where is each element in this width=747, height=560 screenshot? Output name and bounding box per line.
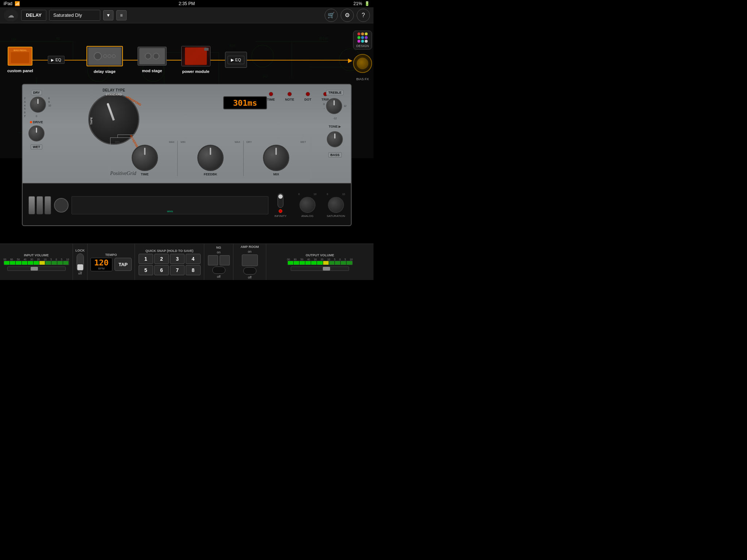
- amp-room-off-label: off: [248, 276, 252, 279]
- saturation-label: SATURATION: [327, 214, 345, 218]
- mod-stage-thumb: [138, 47, 167, 66]
- cart-button[interactable]: 🛒: [325, 9, 338, 22]
- snap-btn-3[interactable]: 3: [170, 254, 185, 264]
- snap-btn-2[interactable]: 2: [154, 254, 169, 264]
- preset-name: Saturated Dly: [49, 10, 100, 21]
- bpm-value: 120: [94, 259, 109, 267]
- input-volume-slider[interactable]: [7, 267, 66, 271]
- snap-btn-1[interactable]: 1: [139, 254, 153, 264]
- mod-stage-label: mod stage: [142, 69, 162, 73]
- saturation-knob[interactable]: [328, 197, 344, 213]
- eq2-thumb: ▶ EQ: [225, 52, 247, 68]
- snap-btn-5[interactable]: 5: [139, 265, 153, 275]
- treble-knob[interactable]: [326, 98, 342, 114]
- feedbk-knob[interactable]: [197, 145, 224, 171]
- quick-snap-section: QUICK SNAP (HOLD TO SAVE) 1 2 3 4 5 6 7 …: [135, 244, 204, 280]
- time-display: 2:35 PM: [179, 1, 195, 6]
- bias-fx-button[interactable]: [353, 54, 372, 73]
- design-button[interactable]: DESIGN: [353, 31, 372, 50]
- drive-label: DRIVE: [33, 120, 43, 124]
- mix-knob[interactable]: [263, 145, 289, 171]
- dropdown-button[interactable]: ▼: [103, 10, 113, 20]
- power-module-thumb: [181, 46, 210, 66]
- design-dots: [357, 32, 368, 43]
- ng-button-1[interactable]: [208, 255, 218, 265]
- quick-snap-title: QUICK SNAP (HOLD TO SAVE): [146, 249, 194, 253]
- time-knob-label: TIME: [141, 172, 149, 176]
- dry-label: DRY: [31, 90, 42, 95]
- battery-icon: 🔋: [364, 1, 370, 6]
- input-vu-labels: 0060504030201050510: [4, 258, 69, 261]
- help-button[interactable]: ?: [357, 9, 370, 22]
- lock-section: LOCK off: [73, 244, 88, 280]
- delay-stage-thumb: [86, 46, 123, 66]
- bias-fx-knob: [357, 58, 368, 69]
- tempo-section: TEMPO 120 BPM TAP: [88, 244, 135, 280]
- ng-on-label: on: [217, 250, 221, 254]
- analog-label: ANALOG: [301, 214, 313, 218]
- dot-label: DOT: [304, 98, 311, 101]
- menu-button[interactable]: ≡: [116, 10, 127, 20]
- time-mode-section: TIME NOTE DOT TRIP: [267, 92, 329, 101]
- brand-name: PositiveGrid: [110, 171, 136, 176]
- lock-slider[interactable]: [77, 253, 84, 272]
- status-bar: iPad 📶 2:35 PM 21% 🔋: [0, 0, 374, 7]
- chain-item-eq2[interactable]: ▶ EQ: [225, 52, 247, 68]
- dot-light: [306, 92, 310, 96]
- snap-btn-6[interactable]: 6: [154, 265, 169, 275]
- bottom-panel: INPUT VOLUME 0060504030201050510 LOCK: [0, 244, 374, 280]
- mix-knob-label: MIX: [273, 172, 279, 176]
- lock-title: LOCK: [76, 249, 85, 252]
- input-vu-meter: [4, 261, 69, 265]
- ng-button-2[interactable]: [220, 255, 230, 265]
- main-knobs-section: MIN MAX TIME MIN MAX FEEDBK: [110, 135, 311, 179]
- settings-button[interactable]: ⚙: [341, 9, 354, 22]
- chain-item-eq1[interactable]: ▶ EQ: [48, 56, 65, 64]
- saturation-section: 010 SATURATION: [327, 193, 345, 218]
- output-volume-title: OUTPUT VOLUME: [306, 253, 334, 257]
- chain-item-custom-panel[interactable]: BIAS PEDAL custom panel: [7, 47, 33, 73]
- ng-toggle[interactable]: [212, 267, 225, 274]
- time-mode-note[interactable]: NOTE: [285, 92, 294, 101]
- left-knobs-section: DRY 234567 8910 0 DRIVE WET: [27, 90, 46, 149]
- analog-section: 010 ANALOG: [298, 193, 317, 218]
- chain-item-mod-stage[interactable]: mod stage: [138, 47, 167, 73]
- time-mode-time[interactable]: TIME: [267, 92, 275, 101]
- bass-label: BASS: [328, 152, 342, 158]
- delay-stage-label: delay stage: [94, 69, 116, 74]
- lock-thumb: [77, 264, 83, 270]
- wet-label: WET: [31, 144, 42, 149]
- infinity-toggle[interactable]: [278, 193, 283, 208]
- chain-item-delay-stage[interactable]: delay stage: [86, 46, 123, 74]
- output-volume-slider[interactable]: [291, 267, 349, 271]
- output-vu-meter: [287, 261, 353, 265]
- output-volume-section: OUTPUT VOLUME 0060504030201050510: [266, 244, 374, 280]
- right-side-panel: DESIGN BIAS FX: [352, 23, 374, 180]
- treble-label: TREBLE: [326, 90, 344, 95]
- snap-grid: 1 2 3 4 5 6 7 8: [139, 254, 201, 275]
- time-knob[interactable]: [132, 145, 158, 171]
- section-button[interactable]: DELAY: [21, 10, 46, 21]
- amp-room-section: AMP ROOM on off: [233, 244, 266, 280]
- wifi-icon: 📶: [15, 1, 20, 6]
- snap-btn-4[interactable]: 4: [186, 254, 200, 264]
- tone-knob[interactable]: [327, 131, 343, 147]
- dry-knob[interactable]: [30, 97, 46, 113]
- snap-btn-8[interactable]: 8: [186, 265, 200, 275]
- chain-item-power-module[interactable]: power module: [181, 46, 210, 74]
- infinity-section: INFINITY: [274, 193, 286, 218]
- time-mode-dot[interactable]: DOT: [304, 92, 311, 101]
- logo-button[interactable]: ☁: [4, 9, 18, 22]
- amp-room-toggle[interactable]: [243, 267, 256, 275]
- gear-icon: ⚙: [345, 12, 350, 19]
- tap-button[interactable]: TAP: [115, 258, 132, 271]
- delay-type-title: DELAY TYPE: [81, 88, 147, 92]
- design-label: DESIGN: [356, 44, 369, 48]
- drive-knob[interactable]: [28, 125, 44, 141]
- snap-btn-7[interactable]: 7: [170, 265, 185, 275]
- analog-knob[interactable]: [299, 197, 316, 213]
- top-nav: ☁ DELAY Saturated Dly ▼ ≡ 🛒 ⚙ ?: [0, 7, 374, 23]
- help-icon: ?: [362, 12, 365, 19]
- amp-room-display: [242, 254, 258, 266]
- hamburger-icon: ≡: [120, 13, 123, 18]
